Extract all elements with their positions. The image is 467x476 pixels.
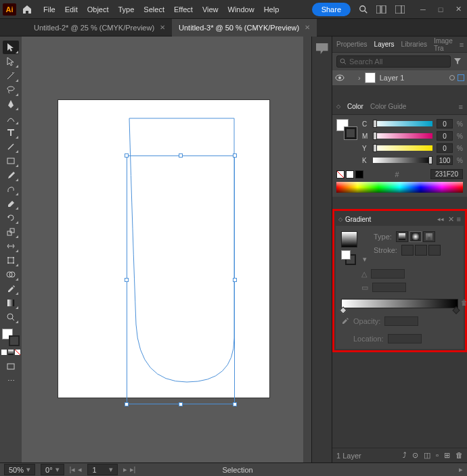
gradient-stop[interactable] — [339, 306, 347, 314]
selection-bounding-box[interactable] — [127, 156, 235, 404]
resize-handle[interactable] — [233, 278, 237, 282]
menu-object[interactable]: Object — [87, 5, 109, 14]
shape-builder-tool[interactable] — [3, 268, 19, 281]
close-window-icon[interactable]: ✕ — [452, 5, 464, 14]
search-icon[interactable] — [359, 5, 368, 14]
layer-name[interactable]: Layer 1 — [380, 74, 405, 82]
paintbrush-tool[interactable] — [3, 168, 19, 182]
freeform-gradient-button[interactable] — [423, 231, 435, 242]
close-panel-icon[interactable]: ✕ — [448, 215, 454, 224]
collapse-icon[interactable]: ◂◂ — [437, 216, 444, 222]
menu-help[interactable]: Help — [264, 5, 280, 14]
maximize-icon[interactable]: □ — [435, 5, 447, 14]
panel-menu-icon[interactable]: ≡ — [457, 215, 461, 223]
delete-layer-icon[interactable]: 🗑 — [455, 451, 463, 460]
filter-icon[interactable] — [453, 57, 463, 66]
tab-properties[interactable]: Properties — [336, 41, 368, 48]
rectangle-tool[interactable] — [3, 154, 19, 168]
fill-stroke-swatches[interactable] — [2, 329, 20, 346]
direct-selection-tool[interactable] — [3, 55, 19, 68]
black-slider[interactable] — [373, 158, 432, 163]
white-swatch[interactable] — [346, 170, 354, 178]
tab-gradient[interactable]: Gradient — [345, 216, 371, 223]
stroke-across-button[interactable] — [428, 245, 441, 256]
layer-export-icon[interactable]: ⤴ — [403, 451, 407, 460]
expand-arrow-icon[interactable]: › — [358, 74, 361, 82]
lasso-tool[interactable] — [3, 83, 19, 97]
menu-select[interactable]: Select — [143, 5, 164, 14]
tab-image-trace[interactable]: Image Tra — [434, 37, 453, 52]
screen-mode-tool[interactable] — [3, 360, 19, 373]
linear-gradient-button[interactable] — [396, 231, 408, 242]
pen-tool[interactable] — [3, 97, 19, 111]
last-artboard-icon[interactable]: ▸| — [130, 465, 136, 474]
hex-input[interactable]: 231F20 — [430, 169, 463, 179]
artboard-nav-input[interactable]: 1▾ — [87, 464, 117, 475]
close-tab-icon[interactable]: ✕ — [305, 24, 310, 31]
free-transform-tool[interactable] — [3, 254, 19, 267]
black-value[interactable]: 100 — [437, 156, 453, 165]
gradient-tool[interactable] — [3, 296, 19, 310]
scale-tool[interactable] — [3, 225, 19, 239]
visibility-icon[interactable] — [335, 74, 344, 81]
arrange-documents-icon[interactable] — [376, 5, 387, 14]
target-icon[interactable] — [449, 75, 455, 80]
eyedropper-icon[interactable] — [341, 317, 349, 325]
none-swatch[interactable] — [336, 170, 344, 178]
rotate-tool[interactable] — [3, 211, 19, 224]
comments-icon[interactable] — [316, 43, 328, 54]
close-tab-icon[interactable]: ✕ — [160, 24, 165, 31]
new-layer-icon[interactable]: ⊞ — [444, 451, 450, 460]
width-tool[interactable] — [3, 239, 19, 253]
opacity-dropdown[interactable] — [384, 316, 418, 326]
menu-edit[interactable]: Edit — [65, 5, 78, 14]
gradient-stop[interactable] — [452, 306, 460, 314]
zoom-tool[interactable] — [3, 310, 19, 324]
canvas[interactable] — [22, 37, 311, 462]
radial-gradient-button[interactable] — [409, 231, 422, 242]
minimize-icon[interactable]: ─ — [417, 5, 429, 14]
yellow-value[interactable]: 0 — [437, 143, 453, 153]
resize-handle[interactable] — [179, 402, 183, 406]
doc-tab-1[interactable]: Untitled-2* @ 25 % (CMYK/Preview) ✕ — [27, 19, 172, 37]
black-swatch[interactable] — [355, 170, 363, 178]
panel-menu-icon[interactable]: ≡ — [459, 103, 463, 111]
make-clipping-mask-icon[interactable]: ◫ — [424, 451, 430, 460]
stroke-swatch[interactable] — [9, 335, 20, 346]
cyan-value[interactable]: 0 — [437, 119, 453, 128]
menu-file[interactable]: File — [43, 5, 55, 14]
gradient-ramp[interactable] — [341, 299, 458, 308]
eyedropper-tool[interactable] — [3, 282, 19, 295]
edit-toolbar[interactable]: ⋯ — [3, 374, 19, 387]
menu-window[interactable]: Window — [228, 5, 254, 14]
resize-handle[interactable] — [233, 153, 237, 158]
selection-indicator[interactable] — [458, 74, 464, 81]
tab-libraries[interactable]: Libraries — [401, 41, 427, 48]
share-button[interactable]: Share — [312, 3, 351, 16]
resize-handle[interactable] — [125, 402, 129, 406]
rotation-dropdown[interactable]: 0°▾ — [41, 464, 64, 475]
layers-search-input[interactable]: Search All — [336, 55, 451, 68]
gradient-dropdown-icon[interactable]: ▾ — [363, 255, 368, 264]
panel-menu-icon[interactable]: ≡ — [460, 41, 464, 49]
eraser-tool[interactable] — [3, 197, 19, 210]
resize-handle[interactable] — [179, 153, 183, 158]
magenta-slider[interactable] — [373, 133, 432, 139]
layer-row[interactable]: › Layer 1 — [332, 70, 467, 85]
magic-wand-tool[interactable] — [3, 69, 19, 82]
stroke-along-button[interactable] — [415, 245, 427, 256]
color-mode-none[interactable] — [15, 350, 20, 355]
doc-tab-2[interactable]: Untitled-3* @ 50 % (CMYK/Preview) ✕ — [172, 19, 317, 37]
gradient-fill-stroke[interactable] — [341, 250, 356, 265]
first-artboard-icon[interactable]: |◂ — [70, 465, 76, 474]
locate-object-icon[interactable]: ⊙ — [412, 451, 418, 460]
cyan-slider[interactable] — [373, 121, 432, 126]
angle-dropdown[interactable] — [371, 269, 405, 279]
resize-handle[interactable] — [125, 153, 129, 158]
location-dropdown[interactable] — [388, 334, 422, 343]
next-artboard-icon[interactable]: ▸ — [123, 465, 127, 474]
color-mode-gradient[interactable] — [8, 350, 14, 355]
tab-layers[interactable]: Layers — [374, 41, 395, 48]
selection-tool[interactable] — [3, 41, 19, 54]
aspect-dropdown[interactable] — [372, 283, 406, 292]
